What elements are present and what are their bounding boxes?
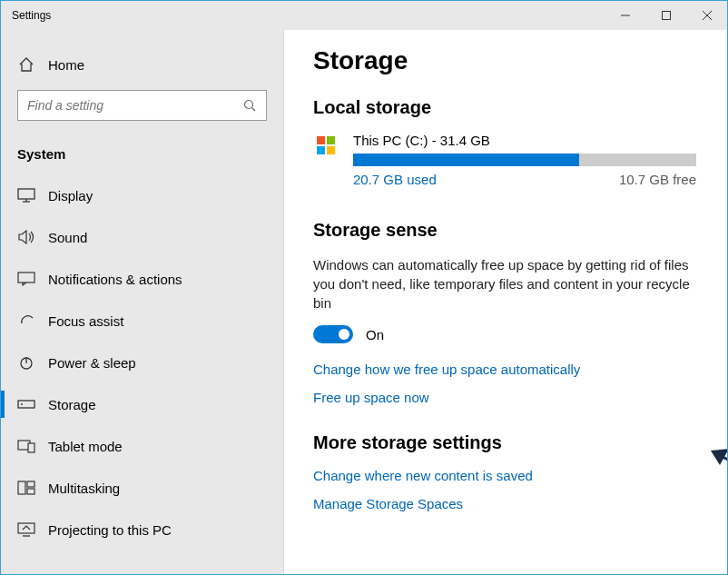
link-change-how-free-space[interactable]: Change how we free up space automaticall…: [313, 362, 696, 377]
sidebar-category-header: System: [1, 137, 283, 174]
sidebar-item-label: Storage: [48, 397, 96, 412]
svg-rect-19: [18, 523, 34, 533]
sidebar-item-label: Multitasking: [48, 481, 120, 496]
storage-sense-toggle-label: On: [366, 327, 384, 342]
sidebar-item-projecting[interactable]: Projecting to this PC: [1, 509, 283, 550]
svg-rect-1: [662, 12, 670, 20]
local-storage-heading: Local storage: [313, 97, 696, 118]
minimize-button[interactable]: [605, 1, 645, 30]
svg-rect-9: [18, 273, 34, 283]
notifications-icon: [17, 270, 35, 288]
svg-rect-24: [327, 146, 335, 154]
drive-icon: [313, 134, 340, 162]
link-manage-storage-spaces[interactable]: Manage Storage Spaces: [313, 496, 696, 511]
storage-sense-toggle[interactable]: [313, 325, 353, 343]
drive-progress-bar: [353, 154, 696, 166]
sidebar-item-label: Sound: [48, 230, 87, 245]
svg-rect-22: [327, 136, 335, 144]
link-change-where-saved[interactable]: Change where new content is saved: [313, 468, 696, 483]
svg-rect-12: [18, 401, 34, 408]
sidebar-item-tablet-mode[interactable]: Tablet mode: [1, 425, 283, 467]
drive-free-label: 10.7 GB free: [619, 172, 696, 187]
display-icon: [17, 186, 35, 204]
sidebar-item-label: Projecting to this PC: [48, 522, 172, 538]
page-title: Storage: [313, 46, 696, 75]
sidebar-item-notifications[interactable]: Notifications & actions: [1, 258, 283, 300]
sidebar-item-display[interactable]: Display: [1, 174, 283, 216]
sidebar-home-label: Home: [48, 57, 84, 73]
svg-rect-15: [28, 443, 34, 452]
storage-icon: [17, 395, 35, 413]
maximize-button[interactable]: [645, 1, 686, 30]
focus-assist-icon: [17, 312, 35, 330]
svg-rect-6: [18, 189, 34, 199]
svg-point-13: [21, 403, 23, 405]
sound-icon: [17, 228, 35, 246]
svg-rect-18: [27, 489, 34, 494]
sidebar-item-label: Tablet mode: [48, 439, 123, 454]
drive-used-label: 20.7 GB used: [353, 172, 437, 187]
home-icon: [17, 55, 35, 74]
sidebar-item-label: Notifications & actions: [48, 272, 182, 287]
link-free-up-space-now[interactable]: Free up space now: [313, 390, 696, 405]
projecting-icon: [17, 520, 35, 539]
more-storage-heading: More storage settings: [313, 432, 696, 453]
storage-sense-heading: Storage sense: [313, 220, 696, 241]
annotation-arrow-icon: [709, 447, 727, 501]
sidebar-home[interactable]: Home: [1, 48, 283, 90]
sidebar-item-multitasking[interactable]: Multitasking: [1, 467, 283, 509]
search-field[interactable]: [27, 98, 243, 113]
power-icon: [17, 353, 35, 372]
sidebar-item-power-sleep[interactable]: Power & sleep: [1, 342, 283, 383]
close-button[interactable]: [686, 1, 727, 30]
search-input[interactable]: [17, 90, 267, 121]
svg-rect-23: [317, 146, 325, 154]
drive-row[interactable]: This PC (C:) - 31.4 GB 20.7 GB used 10.7…: [313, 133, 696, 187]
storage-sense-body: Windows can automatically free up space …: [313, 255, 696, 312]
main-content: Storage Local storage This PC (C:) - 31.…: [284, 30, 727, 574]
sidebar: Home System Display Sound: [1, 30, 284, 574]
sidebar-item-storage[interactable]: Storage: [1, 383, 283, 425]
sidebar-item-focus-assist[interactable]: Focus assist: [1, 300, 283, 342]
search-icon: [243, 99, 257, 113]
tablet-mode-icon: [17, 437, 35, 455]
sidebar-item-label: Power & sleep: [48, 355, 136, 371]
svg-rect-17: [27, 481, 34, 487]
sidebar-item-sound[interactable]: Sound: [1, 216, 283, 258]
svg-line-5: [252, 107, 256, 111]
svg-rect-16: [18, 481, 25, 494]
svg-rect-21: [317, 136, 325, 144]
drive-title: This PC (C:) - 31.4 GB: [353, 133, 696, 148]
window-title: Settings: [12, 9, 605, 22]
sidebar-item-label: Focus assist: [48, 313, 123, 329]
sidebar-item-label: Display: [48, 188, 93, 203]
multitasking-icon: [17, 479, 35, 497]
titlebar: Settings: [1, 1, 727, 30]
svg-point-4: [245, 100, 253, 108]
